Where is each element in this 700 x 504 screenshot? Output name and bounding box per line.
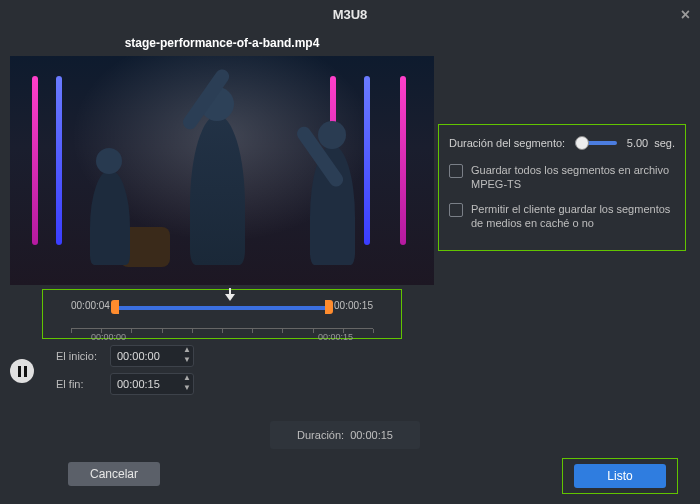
file-name: stage-performance-of-a-band.mp4 [6, 30, 438, 56]
end-time-stepper[interactable]: ▲▼ [110, 373, 194, 395]
segment-duration-label: Duración del segmento: [449, 137, 565, 149]
duration-readout: Duración: 00:00:15 [270, 421, 420, 449]
current-time-label: 00:00:04 [71, 300, 110, 311]
duration-value: 00:00:15 [350, 429, 393, 441]
timeline-panel: 00:00:04 00:00:15 00:00:00 00:00:15 [42, 289, 402, 339]
start-time-stepper[interactable]: ▲▼ [110, 345, 194, 367]
segment-duration-unit: seg. [654, 137, 675, 149]
pause-button[interactable] [10, 359, 34, 383]
total-time-label: 00:00:15 [334, 300, 373, 311]
start-time-field[interactable] [111, 350, 181, 362]
chevron-down-icon[interactable]: ▼ [181, 356, 193, 366]
cancel-button[interactable]: Cancelar [68, 462, 160, 486]
window-title: M3U8 [333, 7, 368, 22]
trim-range[interactable] [111, 306, 333, 310]
video-frame [10, 56, 434, 285]
close-icon[interactable]: × [681, 0, 690, 30]
allow-cache-label: Permitir el cliente guardar los segmento… [471, 202, 675, 231]
ruler-end-label: 00:00:15 [318, 332, 353, 342]
save-mpegts-label: Guardar todos los segmentos en archivo M… [471, 163, 675, 192]
slider-knob[interactable] [575, 136, 589, 150]
pause-icon [18, 366, 27, 377]
ok-button-highlight: Listo [562, 458, 678, 494]
start-label: El inicio: [56, 350, 102, 362]
ok-button[interactable]: Listo [574, 464, 666, 488]
segment-settings-panel: Duración del segmento: 5.00 seg. Guardar… [438, 124, 686, 251]
chevron-down-icon[interactable]: ▼ [181, 384, 193, 394]
duration-label: Duración: [297, 429, 344, 441]
playhead-icon[interactable] [225, 294, 235, 301]
segment-duration-slider[interactable] [575, 141, 617, 145]
save-mpegts-checkbox[interactable] [449, 164, 463, 178]
video-preview[interactable] [10, 56, 434, 285]
end-time-field[interactable] [111, 378, 181, 390]
allow-cache-checkbox[interactable] [449, 203, 463, 217]
trim-handle-right[interactable] [325, 300, 333, 314]
ruler-start-label: 00:00:00 [91, 332, 126, 342]
segment-duration-value: 5.00 [627, 137, 648, 149]
end-label: El fin: [56, 378, 102, 390]
trim-handle-left[interactable] [111, 300, 119, 314]
